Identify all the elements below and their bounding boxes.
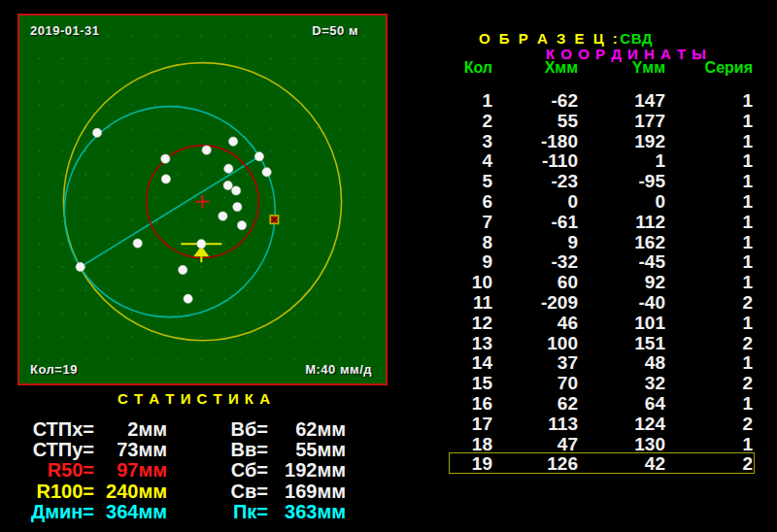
coords-table-body: 1-62147125517713-18019214-110115-23-9516…	[418, 91, 753, 475]
table-row[interactable]: 19126422	[418, 454, 753, 475]
table-row[interactable]: 6001	[418, 192, 753, 213]
cell-y: -40	[578, 293, 665, 314]
table-row[interactable]: 9-32-451	[418, 252, 753, 273]
stat-value: 2мм	[94, 419, 167, 440]
cell-y: 92	[578, 273, 665, 293]
shot-dot	[224, 164, 233, 173]
table-row[interactable]: 891621	[418, 233, 753, 253]
cell-y: 147	[578, 91, 665, 112]
date-label: 2019-01-31	[30, 23, 100, 38]
shot-dot	[133, 239, 142, 248]
cell-x: 37	[492, 353, 578, 374]
cell-series: 1	[665, 233, 753, 253]
table-row[interactable]: 18471301	[418, 435, 753, 455]
table-row[interactable]: 131001512	[418, 334, 753, 354]
cell-x: 46	[492, 314, 578, 334]
cell-x: 60	[492, 273, 578, 293]
shot-dot	[161, 154, 170, 163]
stat-label: R50=	[19, 460, 94, 481]
statistics-title: С Т А Т И С Т И К А	[0, 390, 388, 408]
cell-x: -62	[492, 91, 578, 112]
table-row[interactable]: 1437481	[418, 353, 753, 374]
header-col-number: Кол	[418, 59, 492, 77]
cell-series: 1	[665, 314, 753, 334]
table-row[interactable]: 1-621471	[418, 91, 753, 112]
stats-row: СТПу=73ммВв=55мм	[19, 440, 388, 460]
stats-row: СТПх=2ммВб=62мм	[19, 419, 388, 440]
cell-number: 6	[418, 192, 492, 213]
cell-series: 1	[665, 172, 753, 192]
shot-dot	[184, 294, 192, 303]
table-row[interactable]: 2551771	[418, 112, 753, 132]
stat-label: R100=	[19, 482, 94, 502]
cell-series: 1	[665, 213, 753, 233]
cell-y: 130	[578, 435, 665, 455]
shot-dot	[228, 137, 237, 146]
shot-dot	[161, 175, 170, 183]
spread-line	[81, 156, 259, 267]
cell-series: 2	[665, 334, 753, 354]
table-row[interactable]: 4-11011	[418, 151, 753, 172]
shot-count-label: Кол=19	[30, 362, 78, 377]
header-col-series: Серия	[665, 59, 753, 77]
cell-series: 1	[665, 192, 753, 213]
cell-series: 1	[665, 353, 753, 374]
cell-x: 0	[492, 192, 578, 213]
table-row[interactable]: 1570322	[418, 374, 753, 394]
cell-series: 1	[665, 91, 753, 112]
cell-number: 15	[418, 374, 492, 394]
cell-x: -110	[492, 151, 578, 172]
cell-y: 112	[578, 213, 665, 233]
shot-dot	[237, 220, 246, 229]
table-row[interactable]: 5-23-951	[418, 172, 753, 192]
table-row[interactable]: 1662641	[418, 394, 753, 415]
stat-label: Св=	[167, 482, 268, 502]
stat-label: Дмин=	[19, 502, 94, 522]
stp-cross-icon	[195, 195, 209, 209]
cell-x: 100	[492, 334, 578, 354]
cell-series: 2	[665, 293, 753, 314]
table-row[interactable]: 171131242	[418, 415, 753, 435]
cell-y: 177	[578, 112, 665, 132]
cell-series: 2	[665, 454, 753, 475]
stat-label: СТПу=	[19, 440, 94, 460]
shot-dot	[233, 202, 242, 211]
table-row[interactable]: 3-1801921	[418, 132, 753, 152]
coordinates-panel: О Б Р А З Е Ц :СВД К О О Р Д И Н А Т Ы К…	[418, 0, 763, 532]
table-row[interactable]: 12461011	[418, 314, 753, 334]
stat-value: 192мм	[268, 460, 346, 481]
cell-y: 124	[578, 415, 665, 435]
statistics-rows: СТПх=2ммВб=62ммСТПу=73ммВв=55ммR50=97ммС…	[0, 419, 388, 522]
table-row[interactable]: 11-209-402	[418, 293, 753, 314]
target-plot	[19, 16, 386, 383]
cell-series: 1	[665, 435, 753, 455]
cell-series: 1	[665, 252, 753, 273]
sample-value: СВД	[620, 30, 653, 47]
shot-dot	[92, 128, 101, 137]
cell-x: -32	[492, 252, 578, 273]
cell-x: -209	[492, 293, 578, 314]
cell-number: 12	[418, 314, 492, 334]
cell-series: 1	[665, 132, 753, 152]
cell-number: 3	[418, 132, 492, 152]
stat-label: СТПх=	[19, 419, 94, 440]
stat-value: 363мм	[268, 502, 346, 522]
cell-number: 14	[418, 353, 492, 374]
cell-x: 62	[492, 394, 578, 415]
cell-y: 1	[578, 151, 665, 172]
cell-series: 2	[665, 374, 753, 394]
stats-row: Дмин=364ммПк=363мм	[19, 502, 388, 522]
stat-label: Вб=	[167, 419, 268, 440]
table-row[interactable]: 7-611121	[418, 213, 753, 233]
stat-label: Вв=	[167, 440, 268, 460]
cell-y: 192	[578, 132, 665, 152]
cell-number: 2	[418, 112, 492, 132]
cell-number: 11	[418, 293, 492, 314]
stat-value: 73мм	[94, 440, 167, 460]
stats-row: R50=97ммСб=192мм	[19, 460, 388, 481]
cell-y: 64	[578, 394, 665, 415]
cell-x: -180	[492, 132, 578, 152]
cell-x: 113	[492, 415, 578, 435]
target-panel: 2019-01-31 D=50 м Кол=19 М:40 мм/д	[17, 14, 388, 385]
table-row[interactable]: 1060921	[418, 273, 753, 293]
